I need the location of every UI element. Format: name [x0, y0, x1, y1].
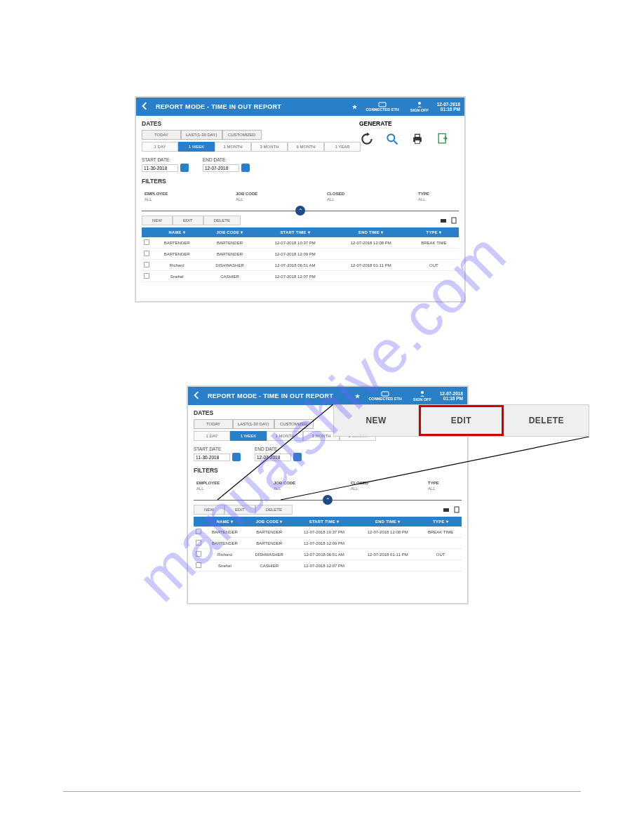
export-icon[interactable]: [453, 505, 462, 514]
seg-1day[interactable]: 1 DAY: [142, 142, 178, 152]
back-icon[interactable]: [140, 102, 150, 112]
edit-button[interactable]: EDIT: [224, 505, 255, 515]
start-date-input[interactable]: [142, 164, 178, 172]
table-row[interactable]: RichardDISHWASHER12-07-2018 06:51 AM12-0…: [142, 260, 459, 271]
col-start[interactable]: START TIME ▾: [293, 517, 356, 527]
table-row[interactable]: BARTENDERBARTENDER12-07-2018 10:37 PM12-…: [142, 237, 459, 249]
seg-1day[interactable]: 1 DAY: [194, 431, 230, 441]
row-checkbox[interactable]: [196, 540, 201, 545]
col-end[interactable]: END TIME ▾: [333, 227, 409, 237]
delete-button[interactable]: DELETE: [255, 505, 293, 515]
seg-3month[interactable]: 3 MONTH: [251, 142, 288, 152]
row-checkbox[interactable]: [196, 562, 201, 568]
seg-1year[interactable]: 1 YEAR: [324, 142, 361, 152]
filter-type-value[interactable]: ALL: [428, 486, 477, 491]
end-date-input[interactable]: [203, 164, 239, 172]
new-button[interactable]: NEW: [142, 216, 173, 225]
header-datetime: 12-07-201801:16 PM: [437, 102, 460, 112]
svg-line-3: [394, 141, 398, 145]
table-row[interactable]: BARTENDERBARTENDER12-07-2018 12:09 PM: [142, 249, 459, 260]
back-icon[interactable]: [192, 391, 202, 401]
col-name[interactable]: NAME ▾: [152, 227, 202, 237]
print-icon[interactable]: [410, 131, 425, 147]
col-type[interactable]: TYPE ▾: [409, 227, 459, 237]
col-end[interactable]: END TIME ▾: [356, 517, 420, 527]
col-type[interactable]: TYPE ▾: [420, 517, 462, 527]
row-checkbox[interactable]: [196, 551, 201, 557]
filter-closed-value[interactable]: ALL: [351, 486, 400, 491]
col-start[interactable]: START TIME ▾: [257, 227, 333, 237]
col-name[interactable]: NAME ▾: [203, 517, 246, 527]
row-checkbox[interactable]: [144, 262, 149, 267]
callout-new-button[interactable]: NEW: [334, 405, 419, 436]
svg-rect-12: [443, 508, 449, 512]
calendar-icon[interactable]: [180, 164, 189, 172]
col-jobcode[interactable]: JOB CODE ▾: [246, 517, 293, 527]
signoff-button[interactable]: SIGN OFF: [408, 101, 431, 113]
seg-1month[interactable]: 1 MONTH: [215, 142, 251, 152]
delete-button[interactable]: DELETE: [203, 216, 241, 225]
table-row[interactable]: SnehalCASHIER12-07-2018 12:07 PM: [194, 560, 462, 571]
search-icon[interactable]: [384, 131, 400, 147]
filter-jobcode-value[interactable]: ALL: [236, 197, 285, 201]
refresh-icon[interactable]: [359, 131, 375, 147]
table-row[interactable]: BARTENDERBARTENDER12-07-2018 10:37 PM12-…: [194, 527, 462, 538]
print-icon[interactable]: [442, 505, 450, 514]
row-checkbox[interactable]: [144, 273, 149, 279]
app-titlebar: REPORT MODE - TIME IN OUT REPORT ★ CONNE…: [188, 387, 467, 405]
filter-employee-value[interactable]: ALL: [145, 197, 194, 201]
seg-1month[interactable]: 1 MONTH: [267, 431, 303, 441]
star-icon[interactable]: ★: [355, 393, 360, 399]
tab-today[interactable]: TODAY: [194, 419, 233, 429]
table-row[interactable]: SnehalCASHIER12-07-2018 12:07 PM: [142, 271, 459, 282]
filter-employee-value[interactable]: ALL: [196, 486, 246, 491]
star-icon[interactable]: ★: [352, 104, 357, 110]
row-checkbox[interactable]: [196, 529, 201, 534]
tab-today[interactable]: TODAY: [142, 130, 181, 140]
col-jobcode[interactable]: JOB CODE ▾: [202, 227, 257, 237]
svg-rect-10: [382, 392, 389, 396]
generate-label: GENERATE: [359, 120, 450, 127]
calendar-icon[interactable]: [293, 453, 302, 461]
results-table: NAME ▾ JOB CODE ▾ START TIME ▾ END TIME …: [194, 517, 462, 571]
chevron-up-icon[interactable]: ⌃: [295, 206, 305, 216]
dates-panel: DATES TODAY LAST(1-30 DAY) CUSTOMIZED 1 …: [136, 116, 366, 154]
tab-customized[interactable]: CUSTOMIZED: [222, 130, 262, 140]
svg-rect-9: [452, 218, 456, 223]
callout-edit-button[interactable]: EDIT: [419, 405, 504, 436]
app-titlebar: REPORT MODE - TIME IN OUT REPORT ★ CONNE…: [136, 98, 464, 116]
tab-customized[interactable]: CUSTOMIZED: [274, 419, 314, 429]
tab-last30[interactable]: LAST(1-30 DAY): [181, 130, 222, 140]
filters-label: FILTERS: [142, 178, 459, 185]
page-title: REPORT MODE - TIME IN OUT REPORT: [208, 392, 349, 399]
filter-closed-label: CLOSED: [351, 481, 400, 485]
filter-type-value[interactable]: ALL: [418, 197, 467, 201]
calendar-icon[interactable]: [241, 164, 250, 172]
callout-delete-button[interactable]: DELETE: [504, 405, 589, 436]
new-button[interactable]: NEW: [194, 505, 224, 515]
calendar-icon[interactable]: [232, 453, 241, 461]
row-checkbox[interactable]: [144, 239, 149, 245]
seg-1week[interactable]: 1 WEEK: [230, 431, 267, 441]
export-icon[interactable]: [435, 131, 450, 147]
edit-button[interactable]: EDIT: [173, 216, 203, 225]
svg-point-2: [387, 134, 394, 141]
chevron-up-icon[interactable]: ⌃: [323, 495, 333, 505]
filter-employee-label: EMPLOYEE: [196, 481, 246, 485]
filter-jobcode-value[interactable]: ALL: [274, 486, 323, 491]
connection-status: CONNECTED ETH: [365, 391, 404, 402]
filter-closed-value[interactable]: ALL: [327, 197, 376, 201]
table-row[interactable]: RichardDISHWASHER12-07-2018 06:51 AM12-0…: [194, 549, 462, 560]
export-icon[interactable]: [450, 216, 459, 225]
tab-last30[interactable]: LAST(1-30 DAY): [233, 419, 274, 429]
signoff-button[interactable]: SIGN OFF: [410, 390, 434, 402]
row-checkbox[interactable]: [144, 251, 149, 256]
svg-point-1: [418, 102, 421, 105]
print-icon[interactable]: [439, 216, 448, 225]
seg-6month[interactable]: 6 MONTH: [288, 142, 324, 152]
seg-1week[interactable]: 1 WEEK: [178, 142, 215, 152]
table-row[interactable]: BARTENDERBARTENDER12-07-2018 12:09 PM: [194, 538, 462, 549]
footer-rule: [63, 791, 581, 792]
start-date-input[interactable]: [194, 454, 230, 461]
end-date-input[interactable]: [255, 454, 291, 461]
